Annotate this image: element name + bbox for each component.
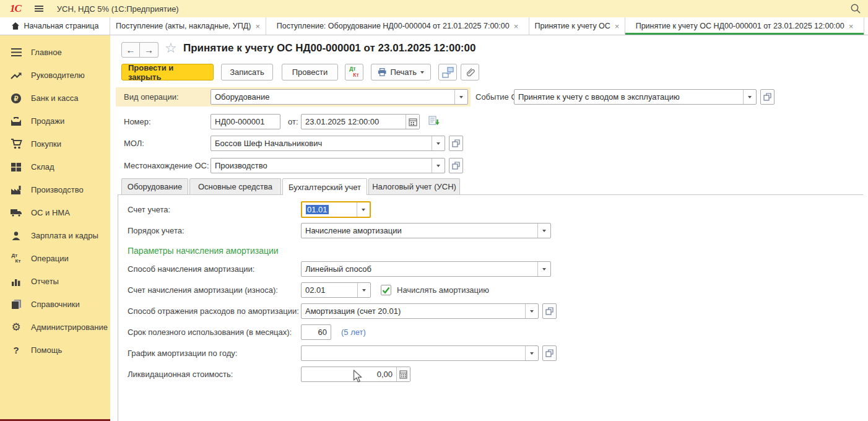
dropdown-icon[interactable] <box>537 262 550 276</box>
sidebar-item-zarplata-i-kadry[interactable]: Зарплата и кадры <box>0 224 110 247</box>
sidebar-item-otchety[interactable]: Отчеты <box>0 270 110 293</box>
print-button[interactable]: Печать <box>371 64 431 80</box>
ruble-icon: ₽ <box>9 92 23 105</box>
sidebar-item-sklad[interactable]: Склад <box>0 155 110 178</box>
tab-osnovnye-sredstva[interactable]: Основные средства <box>189 178 281 194</box>
svg-text:₽: ₽ <box>14 95 19 102</box>
favorite-star-icon[interactable]: ☆ <box>165 40 177 56</box>
tab-home-page[interactable]: Начальная страница <box>0 17 110 35</box>
calculator-icon[interactable] <box>396 367 410 381</box>
sidebar-item-rukovoditelyu[interactable]: Руководителю <box>0 64 110 87</box>
document-title: Принятие к учету ОС НД00-000001 от 23.01… <box>183 42 475 54</box>
dropdown-icon[interactable] <box>537 224 550 238</box>
close-icon[interactable]: × <box>514 22 519 31</box>
pallet-icon <box>9 161 23 173</box>
sidebar-item-spravochniki[interactable]: Справочники <box>0 293 110 316</box>
sidebar-item-operacii[interactable]: ДтКт Операции <box>0 247 110 270</box>
os-location-combo[interactable]: Производство <box>210 158 445 173</box>
main-menu-icon[interactable] <box>35 6 43 12</box>
dropdown-icon[interactable] <box>357 202 370 217</box>
save-button[interactable]: Записать <box>221 64 273 80</box>
show-postings-button[interactable]: ДтКт <box>345 64 363 80</box>
number-input[interactable]: НД00-000001 <box>210 114 280 129</box>
sidebar-item-pomosch[interactable]: ? Помощь <box>0 339 110 362</box>
os-event-open-button[interactable] <box>760 89 775 105</box>
post-button[interactable]: Провести <box>282 64 338 80</box>
sidebar-item-bank-i-kassa[interactable]: ₽ Банк и касса <box>0 87 110 110</box>
order-combo[interactable]: Начисление амортизации <box>301 223 551 238</box>
trend-icon <box>9 69 23 82</box>
calendar-icon[interactable] <box>406 115 419 129</box>
dropdown-icon[interactable] <box>525 304 538 318</box>
tab-postuplenie-doc[interactable]: Поступление: Оборудование НД00-000004 от… <box>266 17 529 35</box>
dropdown-icon[interactable] <box>743 90 756 104</box>
tab-postuplenie-list[interactable]: Поступление (акты, накладные, УПД) × <box>110 17 266 35</box>
salvage-value-input[interactable]: 0,00 <box>301 367 410 382</box>
os-event-combo[interactable]: Принятие к учету с вводом в эксплуатацию <box>514 89 757 105</box>
sidebar-label: Руководителю <box>31 71 85 80</box>
checkmark-icon <box>382 287 390 294</box>
forward-button[interactable]: → <box>140 42 158 58</box>
schedule-label: График амортизации по году: <box>128 345 237 361</box>
sidebar-label: Помощь <box>31 345 62 355</box>
dropdown-icon[interactable] <box>454 90 467 104</box>
schedule-open-button[interactable] <box>542 345 557 361</box>
sidebar-label: Зарплата и кадры <box>31 231 98 240</box>
date-input[interactable]: 23.01.2025 12:00:00 <box>301 114 420 129</box>
sidebar-item-administrirovanie[interactable]: ⚙ Администрирование <box>0 316 110 339</box>
dropdown-icon[interactable] <box>357 283 370 297</box>
accrue-depreciation-checkbox[interactable] <box>381 285 391 295</box>
tab-nalogovyi-uchet[interactable]: Налоговый учет (УСН) <box>368 178 460 194</box>
expense-method-open-button[interactable] <box>542 303 557 319</box>
sidebar-label: Справочники <box>31 300 80 309</box>
gear-icon: ⚙ <box>9 321 23 334</box>
schedule-value <box>302 346 525 360</box>
sidebar-item-os-i-nma[interactable]: ОС и НМА <box>0 201 110 224</box>
number-value: НД00-000001 <box>211 115 280 129</box>
dropdown-icon[interactable] <box>432 158 445 173</box>
mol-combo[interactable]: Боссов Шеф Начальникович <box>210 136 445 151</box>
operation-type-combo[interactable]: Оборудование <box>210 89 468 105</box>
depreciation-account-label: Счет начисления амортизации (износа): <box>128 282 278 298</box>
close-icon[interactable]: × <box>615 22 620 31</box>
sidebar-item-pokupki[interactable]: Покупки <box>0 132 110 155</box>
expense-method-label: Способ отражения расходов по амортизации… <box>128 303 299 319</box>
set-current-date-button[interactable] <box>428 116 440 129</box>
account-label: Счет учета: <box>128 202 170 217</box>
account-combo-focused[interactable]: 01.01 <box>301 201 371 218</box>
close-icon[interactable]: × <box>849 22 854 31</box>
useful-life-note: (5 лет) <box>341 324 366 340</box>
account-value: 01.01 <box>302 202 357 217</box>
tab-prinyatie-doc-active[interactable]: Принятие к учету ОС НД00-000001 от 23.01… <box>625 17 864 35</box>
sidebar-label: Отчеты <box>31 277 59 286</box>
schedule-combo[interactable] <box>301 345 539 361</box>
attachments-button[interactable] <box>461 64 479 80</box>
date-value: 23.01.2025 12:00:00 <box>302 115 406 129</box>
book-icon <box>9 298 23 311</box>
os-location-open-button[interactable] <box>449 158 463 173</box>
search-icon[interactable] <box>849 2 862 15</box>
useful-life-input[interactable]: 60 <box>301 324 331 340</box>
useful-life-label: Срок полезного использования (в месяцах)… <box>128 324 292 340</box>
sidebar-item-glavnoe[interactable]: Главное <box>0 41 110 64</box>
mol-open-button[interactable] <box>449 136 463 151</box>
depreciation-method-combo[interactable]: Линейный способ <box>301 261 551 277</box>
dropdown-icon[interactable] <box>525 346 538 360</box>
app-title: УСН, НДС 5% (1С:Предприятие) <box>57 4 179 14</box>
tab-buhgalterskiy-uchet[interactable]: Бухгалтерский учет <box>282 178 367 195</box>
sidebar-item-proizvodstvo[interactable]: Производство <box>0 178 110 201</box>
sidebar-label: ОС и НМА <box>31 208 70 217</box>
sidebar-item-prodazhi[interactable]: Продажи <box>0 110 110 132</box>
post-and-close-button[interactable]: Провести и закрыть <box>121 64 214 80</box>
tab-oborudovanie[interactable]: Оборудование <box>121 178 188 194</box>
expense-method-combo[interactable]: Амортизация (счет 20.01) <box>301 303 539 319</box>
tab-prinyatie-list[interactable]: Принятие к учету ОС × <box>529 17 625 35</box>
dropdown-icon[interactable] <box>432 136 445 150</box>
accrue-depreciation-label[interactable]: Начислять амортизацию <box>397 282 489 298</box>
depreciation-account-value: 02.01 <box>302 283 357 297</box>
depreciation-account-combo[interactable]: 02.01 <box>301 282 371 298</box>
document-tabs: Оборудование Основные средства Бухгалтер… <box>121 178 461 195</box>
back-button[interactable]: ← <box>121 42 140 58</box>
document-structure-button[interactable] <box>438 64 457 80</box>
close-icon[interactable]: × <box>255 22 260 31</box>
